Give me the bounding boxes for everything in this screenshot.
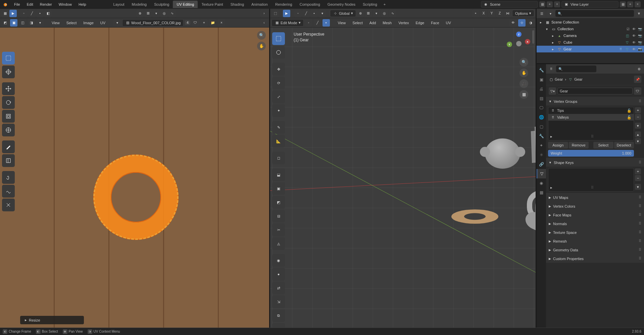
gizmo-y[interactable]: Y [507, 42, 512, 47]
tab-compositing[interactable]: Compositing [296, 1, 324, 8]
v3d-selmode-face-button[interactable]: ▪ [323, 19, 330, 27]
render-icon[interactable]: 📷 [637, 33, 643, 38]
panel-header-collapsed[interactable]: ▶ Face Maps ⠿ [546, 211, 644, 219]
v3d-overlay-button[interactable]: ◑ [527, 19, 534, 27]
proptab-viewlayer[interactable]: ▤ [537, 94, 546, 103]
v3d-proportional-button[interactable]: ◎ [381, 10, 388, 17]
v3d-selmode-vert-button[interactable]: ▫ [305, 19, 312, 27]
proptab-output[interactable]: 🖨 [537, 84, 546, 94]
menu-file[interactable]: File [11, 1, 23, 8]
data-name-field[interactable]: Gear [557, 88, 633, 94]
uv-zoom-button[interactable]: 🔍 [257, 31, 266, 40]
select-button[interactable]: Select [593, 142, 613, 149]
panel-menu-icon[interactable]: ⠿ [639, 213, 641, 217]
v3d-menu-vertex[interactable]: Vertex [396, 20, 411, 26]
v3d-select-tool-button[interactable]: ▶ [283, 10, 290, 17]
tool3d-select[interactable] [272, 32, 285, 45]
panel-menu-icon[interactable]: ⠿ [639, 204, 641, 208]
v3d-axis-y-button[interactable]: Y [488, 10, 495, 17]
gizmo-z[interactable]: Z [516, 32, 522, 37]
v3d-menu-add[interactable]: Add [367, 20, 379, 26]
tab-texture-paint[interactable]: Texture Paint [198, 1, 227, 8]
panel-header-collapsed[interactable]: ▶ Vertex Colors ⠿ [546, 202, 644, 210]
data-browse-button[interactable]: ▽▾ [549, 87, 556, 95]
crumb-object[interactable]: ▢ Gear [549, 77, 563, 82]
image-browse-button[interactable]: ▾ [113, 19, 121, 27]
panel-menu-icon[interactable]: ⠿ [639, 256, 641, 261]
uv-menu-view[interactable]: View [49, 20, 62, 26]
tool3d-polybuild[interactable]: ◬ [272, 237, 285, 250]
tab-layout[interactable]: Layout [110, 1, 128, 8]
menu-help[interactable]: Help [75, 1, 90, 8]
tool3d-shear[interactable]: ⧉ [272, 309, 285, 322]
uv-overlay-popover-button[interactable]: ▾ [36, 19, 44, 27]
v3d-snap-button[interactable]: 𝌆 [365, 10, 372, 17]
nav-zoom-button[interactable]: 🔍 [519, 58, 528, 67]
v3d-pivot-button[interactable]: ⊕ [357, 10, 364, 17]
tool-scale[interactable] [2, 110, 15, 123]
scene-delete-button[interactable]: × [554, 1, 560, 7]
v3d-snap-target-button[interactable]: ▾ [373, 10, 380, 17]
panel-menu-icon[interactable]: ⠿ [639, 221, 641, 226]
tool3d-knife[interactable]: ✂ [272, 223, 285, 236]
tab-shading[interactable]: Shading [227, 1, 248, 8]
v3d-sel-edge-button[interactable]: ╱ [302, 10, 310, 17]
tool3d-spin[interactable]: ◉ [272, 254, 285, 267]
tab-scripting[interactable]: Scripting [359, 1, 381, 8]
list-remove-button[interactable]: − [635, 114, 641, 120]
uv-show-overlays-button[interactable]: ▣ [10, 19, 17, 27]
uv-menu-image[interactable]: Image [81, 20, 96, 26]
nav-gizmo[interactable]: Z Y X [509, 34, 529, 54]
uv-show-metadata-button[interactable]: ◫ [19, 19, 26, 27]
tool3d-annotate[interactable]: ✎ [272, 121, 285, 134]
list-item[interactable]: ⠿ Tips 🔓 [548, 107, 634, 114]
panel-header-collapsed[interactable]: ▶ UV Maps ⠿ [546, 193, 644, 202]
panel-header-vertex-groups[interactable]: ▼ Vertex Groups ⠿ [546, 97, 644, 106]
editor-type-3d-button[interactable]: ⬚ [271, 10, 279, 17]
tree-scene-collection[interactable]: ▸ ▦ Scene Collection [537, 19, 644, 26]
uv-sel-face-button[interactable]: ▪ [36, 10, 44, 17]
tool3d-move[interactable]: ✥ [272, 63, 285, 76]
uv-pivot-button[interactable]: ⊕ [136, 10, 144, 17]
grip-icon[interactable]: ⠿ [591, 134, 594, 139]
v3d-sel-vertex-button[interactable]: ▫ [294, 10, 302, 17]
panel-header-collapsed[interactable]: ▶ Custom Properties ⠿ [546, 254, 644, 263]
panel-menu-icon[interactable]: ⠿ [639, 160, 641, 165]
list-add-button[interactable]: + [635, 168, 641, 174]
uv-show-modified-button[interactable]: ◨ [28, 19, 35, 27]
image-users-badge[interactable]: 4 [185, 20, 190, 25]
scene-browse-button[interactable]: ▦ [539, 1, 545, 7]
uv-menu-select[interactable]: Select [64, 20, 80, 26]
panel-header-collapsed[interactable]: ▶ Remesh ⠿ [546, 237, 644, 245]
v3d-automerge-button[interactable]: ⋈ [504, 10, 511, 17]
proptab-modifiers[interactable]: 🔧 [537, 131, 546, 141]
menu-edit[interactable]: Edit [23, 1, 37, 8]
disclosure-icon[interactable]: ▾ [544, 26, 549, 32]
data-fake-user-button[interactable]: 🛡 [634, 87, 641, 95]
tool-grab[interactable] [2, 171, 15, 184]
editor-type-uv-button[interactable]: ▦ [1, 10, 9, 17]
eye-icon[interactable]: 👁 [631, 26, 637, 32]
grip-icon[interactable]: ⠿ [591, 185, 594, 190]
render-icon[interactable]: 📷 [637, 46, 643, 52]
tool-transform[interactable] [2, 124, 15, 136]
uv-viewport[interactable]: 🔍 ✋ ▸ Resize [0, 28, 269, 328]
uv-snap-target-button[interactable]: ▾ [152, 10, 160, 17]
tab-geometry-nodes[interactable]: Geometry Nodes [324, 1, 359, 8]
last-operator-panel[interactable]: ▸ Resize [20, 316, 84, 324]
panel-menu-icon[interactable]: ⠿ [639, 239, 641, 243]
scene-new-button[interactable]: + [547, 1, 553, 7]
v3d-options-dropdown[interactable]: Options ▾ [512, 10, 534, 17]
scene-name-input[interactable] [490, 2, 524, 6]
tool3d-edge-slide[interactable]: ⇄ [272, 282, 285, 294]
pin-button[interactable]: 📌 [634, 76, 641, 83]
uv-snap-button[interactable]: 𝌆 [144, 10, 152, 17]
image-unlink-button[interactable]: × [218, 19, 225, 27]
gizmo-x[interactable]: X [525, 39, 530, 44]
tool3d-scale[interactable]: ⤢ [272, 90, 285, 103]
nav-persp-button[interactable]: ▦ [519, 90, 528, 99]
list-menu-icon[interactable]: ▸ [550, 134, 552, 139]
proptab-scene[interactable]: 🖵 [537, 103, 546, 113]
list-move-up-button[interactable]: ▴ [635, 131, 641, 137]
v3d-menu-select[interactable]: Select [350, 20, 365, 26]
